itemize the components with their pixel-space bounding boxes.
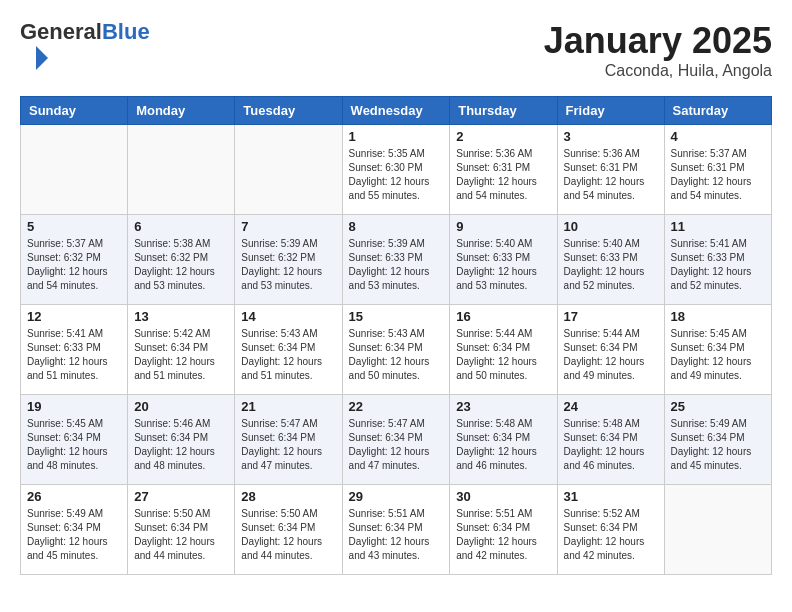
logo: GeneralBlue	[20, 20, 150, 76]
header-friday: Friday	[557, 97, 664, 125]
day-number: 27	[134, 489, 228, 504]
calendar-cell: 16Sunrise: 5:44 AM Sunset: 6:34 PM Dayli…	[450, 305, 557, 395]
day-number: 26	[27, 489, 121, 504]
calendar-cell: 9Sunrise: 5:40 AM Sunset: 6:33 PM Daylig…	[450, 215, 557, 305]
day-number: 23	[456, 399, 550, 414]
day-info: Sunrise: 5:44 AM Sunset: 6:34 PM Dayligh…	[564, 327, 658, 383]
day-number: 13	[134, 309, 228, 324]
calendar-cell: 15Sunrise: 5:43 AM Sunset: 6:34 PM Dayli…	[342, 305, 450, 395]
logo-icon	[22, 44, 50, 72]
calendar-week-row: 26Sunrise: 5:49 AM Sunset: 6:34 PM Dayli…	[21, 485, 772, 575]
calendar-cell: 21Sunrise: 5:47 AM Sunset: 6:34 PM Dayli…	[235, 395, 342, 485]
calendar-cell	[128, 125, 235, 215]
header-sunday: Sunday	[21, 97, 128, 125]
calendar-cell: 1Sunrise: 5:35 AM Sunset: 6:30 PM Daylig…	[342, 125, 450, 215]
day-info: Sunrise: 5:48 AM Sunset: 6:34 PM Dayligh…	[564, 417, 658, 473]
day-number: 20	[134, 399, 228, 414]
day-number: 18	[671, 309, 765, 324]
calendar-cell: 6Sunrise: 5:38 AM Sunset: 6:32 PM Daylig…	[128, 215, 235, 305]
day-number: 16	[456, 309, 550, 324]
page-header: GeneralBlue January 2025 Caconda, Huila,…	[20, 20, 772, 80]
day-info: Sunrise: 5:39 AM Sunset: 6:32 PM Dayligh…	[241, 237, 335, 293]
calendar-cell: 26Sunrise: 5:49 AM Sunset: 6:34 PM Dayli…	[21, 485, 128, 575]
header-saturday: Saturday	[664, 97, 771, 125]
day-number: 21	[241, 399, 335, 414]
day-number: 14	[241, 309, 335, 324]
day-number: 12	[27, 309, 121, 324]
calendar-header-row: SundayMondayTuesdayWednesdayThursdayFrid…	[21, 97, 772, 125]
title-block: January 2025 Caconda, Huila, Angola	[544, 20, 772, 80]
header-tuesday: Tuesday	[235, 97, 342, 125]
day-info: Sunrise: 5:48 AM Sunset: 6:34 PM Dayligh…	[456, 417, 550, 473]
day-info: Sunrise: 5:45 AM Sunset: 6:34 PM Dayligh…	[27, 417, 121, 473]
calendar-cell: 19Sunrise: 5:45 AM Sunset: 6:34 PM Dayli…	[21, 395, 128, 485]
day-info: Sunrise: 5:49 AM Sunset: 6:34 PM Dayligh…	[27, 507, 121, 563]
calendar-cell: 11Sunrise: 5:41 AM Sunset: 6:33 PM Dayli…	[664, 215, 771, 305]
calendar-week-row: 1Sunrise: 5:35 AM Sunset: 6:30 PM Daylig…	[21, 125, 772, 215]
calendar-cell: 31Sunrise: 5:52 AM Sunset: 6:34 PM Dayli…	[557, 485, 664, 575]
calendar-cell: 23Sunrise: 5:48 AM Sunset: 6:34 PM Dayli…	[450, 395, 557, 485]
day-number: 8	[349, 219, 444, 234]
day-number: 22	[349, 399, 444, 414]
day-number: 2	[456, 129, 550, 144]
day-info: Sunrise: 5:40 AM Sunset: 6:33 PM Dayligh…	[456, 237, 550, 293]
calendar-cell: 2Sunrise: 5:36 AM Sunset: 6:31 PM Daylig…	[450, 125, 557, 215]
day-info: Sunrise: 5:35 AM Sunset: 6:30 PM Dayligh…	[349, 147, 444, 203]
day-info: Sunrise: 5:52 AM Sunset: 6:34 PM Dayligh…	[564, 507, 658, 563]
day-info: Sunrise: 5:41 AM Sunset: 6:33 PM Dayligh…	[27, 327, 121, 383]
day-info: Sunrise: 5:43 AM Sunset: 6:34 PM Dayligh…	[349, 327, 444, 383]
calendar-cell	[21, 125, 128, 215]
calendar-cell: 20Sunrise: 5:46 AM Sunset: 6:34 PM Dayli…	[128, 395, 235, 485]
calendar-cell: 8Sunrise: 5:39 AM Sunset: 6:33 PM Daylig…	[342, 215, 450, 305]
location: Caconda, Huila, Angola	[544, 62, 772, 80]
day-number: 31	[564, 489, 658, 504]
day-number: 5	[27, 219, 121, 234]
calendar-cell: 14Sunrise: 5:43 AM Sunset: 6:34 PM Dayli…	[235, 305, 342, 395]
day-info: Sunrise: 5:37 AM Sunset: 6:31 PM Dayligh…	[671, 147, 765, 203]
day-number: 17	[564, 309, 658, 324]
calendar-cell	[235, 125, 342, 215]
calendar-cell: 30Sunrise: 5:51 AM Sunset: 6:34 PM Dayli…	[450, 485, 557, 575]
logo-general-text: General	[20, 19, 102, 44]
day-number: 6	[134, 219, 228, 234]
calendar-cell: 28Sunrise: 5:50 AM Sunset: 6:34 PM Dayli…	[235, 485, 342, 575]
day-number: 9	[456, 219, 550, 234]
day-number: 28	[241, 489, 335, 504]
calendar-cell: 29Sunrise: 5:51 AM Sunset: 6:34 PM Dayli…	[342, 485, 450, 575]
calendar-table: SundayMondayTuesdayWednesdayThursdayFrid…	[20, 96, 772, 575]
day-info: Sunrise: 5:42 AM Sunset: 6:34 PM Dayligh…	[134, 327, 228, 383]
calendar-cell: 17Sunrise: 5:44 AM Sunset: 6:34 PM Dayli…	[557, 305, 664, 395]
calendar-cell: 12Sunrise: 5:41 AM Sunset: 6:33 PM Dayli…	[21, 305, 128, 395]
calendar-cell: 5Sunrise: 5:37 AM Sunset: 6:32 PM Daylig…	[21, 215, 128, 305]
calendar-cell: 3Sunrise: 5:36 AM Sunset: 6:31 PM Daylig…	[557, 125, 664, 215]
calendar-cell: 7Sunrise: 5:39 AM Sunset: 6:32 PM Daylig…	[235, 215, 342, 305]
day-number: 30	[456, 489, 550, 504]
day-info: Sunrise: 5:38 AM Sunset: 6:32 PM Dayligh…	[134, 237, 228, 293]
calendar-cell: 22Sunrise: 5:47 AM Sunset: 6:34 PM Dayli…	[342, 395, 450, 485]
day-info: Sunrise: 5:49 AM Sunset: 6:34 PM Dayligh…	[671, 417, 765, 473]
day-number: 11	[671, 219, 765, 234]
day-number: 15	[349, 309, 444, 324]
day-number: 3	[564, 129, 658, 144]
day-number: 24	[564, 399, 658, 414]
day-info: Sunrise: 5:41 AM Sunset: 6:33 PM Dayligh…	[671, 237, 765, 293]
header-wednesday: Wednesday	[342, 97, 450, 125]
day-info: Sunrise: 5:47 AM Sunset: 6:34 PM Dayligh…	[241, 417, 335, 473]
calendar-cell: 24Sunrise: 5:48 AM Sunset: 6:34 PM Dayli…	[557, 395, 664, 485]
day-info: Sunrise: 5:43 AM Sunset: 6:34 PM Dayligh…	[241, 327, 335, 383]
calendar-cell: 13Sunrise: 5:42 AM Sunset: 6:34 PM Dayli…	[128, 305, 235, 395]
svg-marker-0	[36, 46, 48, 70]
calendar-cell: 4Sunrise: 5:37 AM Sunset: 6:31 PM Daylig…	[664, 125, 771, 215]
day-info: Sunrise: 5:36 AM Sunset: 6:31 PM Dayligh…	[564, 147, 658, 203]
day-info: Sunrise: 5:51 AM Sunset: 6:34 PM Dayligh…	[456, 507, 550, 563]
day-info: Sunrise: 5:36 AM Sunset: 6:31 PM Dayligh…	[456, 147, 550, 203]
calendar-cell: 27Sunrise: 5:50 AM Sunset: 6:34 PM Dayli…	[128, 485, 235, 575]
day-info: Sunrise: 5:51 AM Sunset: 6:34 PM Dayligh…	[349, 507, 444, 563]
calendar-cell	[664, 485, 771, 575]
logo-blue-text: Blue	[102, 19, 150, 44]
day-number: 7	[241, 219, 335, 234]
day-number: 19	[27, 399, 121, 414]
day-number: 1	[349, 129, 444, 144]
day-info: Sunrise: 5:47 AM Sunset: 6:34 PM Dayligh…	[349, 417, 444, 473]
calendar-cell: 18Sunrise: 5:45 AM Sunset: 6:34 PM Dayli…	[664, 305, 771, 395]
